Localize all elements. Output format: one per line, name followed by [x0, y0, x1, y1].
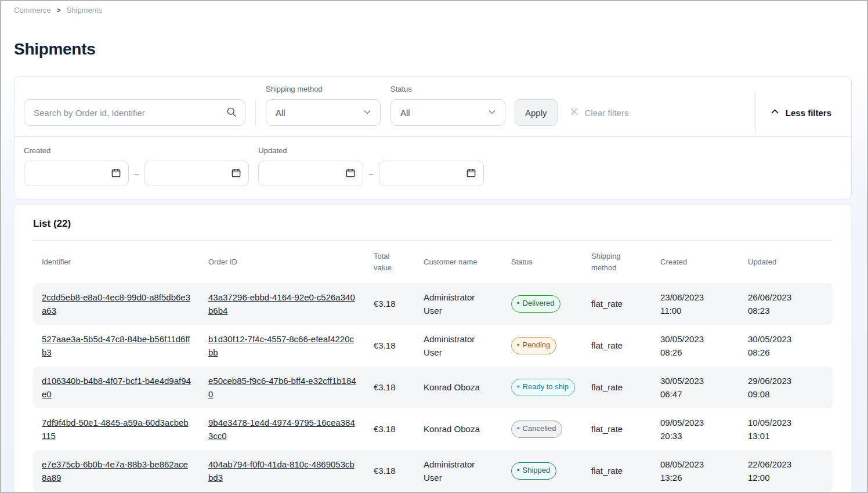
shipping-method-select[interactable]: All	[266, 99, 381, 126]
customer-name-cell: Administrator User	[415, 325, 502, 367]
status-badge: Shipped	[511, 462, 556, 479]
clear-filters-label: Clear filters	[585, 108, 629, 118]
calendar-icon[interactable]	[110, 167, 122, 181]
created-range-separator: –	[134, 168, 139, 178]
updated-cell: 10/05/202313:01	[739, 408, 833, 450]
chevron-up-icon	[770, 107, 780, 118]
created-label: Created	[24, 146, 129, 161]
created-cell: 09/05/202320:33	[652, 408, 739, 450]
order-id-link[interactable]: 404ab794-f0f0-41da-810c-4869053cbbd3	[208, 458, 356, 485]
filters-divider	[255, 99, 256, 126]
close-icon	[569, 107, 579, 118]
identifier-link[interactable]: 2cdd5eb8-e8a0-4ec8-99d0-a8f5db6e3a63	[42, 291, 191, 318]
status-label: Status	[390, 85, 505, 99]
customer-name-cell: Administrator User	[415, 283, 502, 325]
created-cell: 30/05/202308:26	[652, 325, 739, 367]
breadcrumb-item-commerce[interactable]: Commerce	[14, 6, 51, 14]
status-select[interactable]: All	[390, 99, 505, 126]
column-header-customer-name: Customer name	[415, 241, 502, 283]
breadcrumb-separator-icon: >	[57, 6, 61, 14]
status-badge: Ready to ship	[511, 379, 575, 396]
calendar-icon[interactable]	[345, 167, 356, 181]
total-value-cell: €3.18	[365, 325, 415, 367]
identifier-link[interactable]: 7df9f4bd-50e1-4845-a59a-60d3acbeb115	[42, 416, 191, 443]
total-value-cell: €3.18	[365, 408, 415, 450]
shipments-list-panel: List (22) Identifier Order ID Total valu…	[14, 204, 852, 493]
table-row: 7df9f4bd-50e1-4845-a59a-60d3acbeb115 9b4…	[33, 408, 833, 450]
shipping-method-cell: flat_rate	[583, 450, 652, 492]
status-badge: Cancelled	[511, 420, 562, 437]
updated-cell: 22/06/202312:00	[739, 450, 833, 492]
shipments-page: Commerce > Shipments Shipments Shipping …	[1, 1, 867, 493]
updated-label: Updated	[258, 146, 363, 161]
identifier-link[interactable]: d106340b-b4b8-4f07-bcf1-b4e4d9af94e0	[42, 374, 191, 401]
column-header-total-value: Total value	[365, 241, 415, 283]
created-cell: 08/05/202313:26	[652, 450, 739, 492]
status-badge: Delivered	[511, 295, 560, 312]
search-icon	[226, 106, 237, 120]
chevron-down-icon	[363, 107, 372, 118]
search-group	[24, 99, 245, 126]
table-row: 527aae3a-5b5d-47c8-84be-b56f11d6ffb3 b1d…	[33, 325, 833, 367]
table-body: 2cdd5eb8-e8a0-4ec8-99d0-a8f5db6e3a63 43a…	[33, 283, 833, 492]
updated-cell: 29/06/202309:08	[739, 367, 833, 408]
identifier-link[interactable]: e7e375cb-6b0b-4e7a-88b3-be862ace8a89	[42, 458, 191, 485]
customer-name-cell: Administrator User	[415, 450, 502, 492]
column-header-order-id: Order ID	[200, 241, 365, 283]
shipping-method-value: All	[276, 108, 285, 118]
status-filter: Status All	[390, 85, 505, 126]
created-cell: 30/05/202306:47	[652, 367, 739, 408]
filters-row-dates: Created –	[15, 137, 851, 199]
total-value-cell: €3.18	[365, 367, 415, 408]
status-badge: Pending	[511, 337, 556, 354]
shipping-method-cell: flat_rate	[583, 408, 652, 450]
shipping-method-cell: flat_rate	[583, 367, 652, 408]
shipping-method-cell: flat_rate	[583, 325, 652, 367]
customer-name-cell: Konrad Oboza	[415, 367, 502, 408]
status-value: All	[400, 108, 410, 118]
customer-name-cell: Konrad Oboza	[415, 408, 502, 450]
updated-range-separator: –	[368, 168, 373, 178]
calendar-icon[interactable]	[230, 167, 242, 181]
calendar-icon[interactable]	[465, 167, 477, 181]
filters-panel: Shipping method All Status All	[14, 76, 852, 200]
order-id-link[interactable]: 43a37296-ebbd-4164-92e0-c526a340b6b4	[208, 291, 356, 318]
created-to-group	[144, 161, 249, 186]
identifier-link[interactable]: 527aae3a-5b5d-47c8-84be-b56f11d6ffb3	[42, 332, 191, 360]
total-value-cell: €3.18	[365, 450, 415, 492]
table-row: d106340b-b4b8-4f07-bcf1-b4e4d9af94e0 e50…	[33, 367, 833, 408]
updated-cell: 30/05/202308:26	[739, 325, 833, 367]
column-header-updated: Updated	[739, 241, 833, 283]
clear-filters-button[interactable]: Clear filters	[569, 99, 629, 126]
filters-row-main: Shipping method All Status All	[15, 77, 851, 136]
column-header-status: Status	[502, 241, 583, 283]
column-header-identifier: Identifier	[33, 241, 200, 283]
order-id-link[interactable]: e50ceb85-f9c6-47b6-bff4-e32cff1b1840	[208, 374, 356, 401]
created-filter: Created	[24, 146, 129, 186]
order-id-link[interactable]: 9b4e3478-1e4d-4974-9795-16cea3843cc0	[208, 416, 356, 443]
list-title: List (22)	[33, 205, 833, 240]
breadcrumb-item-shipments[interactable]: Shipments	[67, 6, 102, 14]
updated-to-group	[379, 161, 484, 186]
shipping-method-label: Shipping method	[266, 85, 381, 99]
less-filters-toggle[interactable]: Less filters	[756, 99, 831, 126]
chevron-down-icon	[487, 107, 497, 118]
table-row: 2cdd5eb8-e8a0-4ec8-99d0-a8f5db6e3a63 43a…	[33, 283, 833, 325]
shipping-method-cell: flat_rate	[583, 283, 652, 325]
created-cell: 23/06/202311:00	[652, 283, 739, 325]
updated-cell: 26/06/202308:23	[739, 283, 833, 325]
shipping-method-filter: Shipping method All	[266, 85, 381, 126]
search-input[interactable]	[24, 99, 245, 126]
apply-button[interactable]: Apply	[515, 99, 558, 126]
breadcrumb: Commerce > Shipments	[1, 1, 867, 14]
order-id-link[interactable]: b1d30f12-7f4c-4557-8c66-efeaf4220cbb	[208, 332, 356, 360]
page-title: Shipments	[14, 40, 867, 59]
less-filters-label: Less filters	[786, 108, 831, 118]
table-row: e7e375cb-6b0b-4e7a-88b3-be862ace8a89 404…	[33, 450, 833, 492]
column-header-shipping-method: Shipping method	[583, 241, 652, 283]
updated-filter: Updated	[258, 146, 363, 186]
total-value-cell: €3.18	[365, 283, 415, 325]
column-header-created: Created	[652, 241, 739, 283]
table-header: Identifier Order ID Total value Customer…	[33, 241, 833, 283]
